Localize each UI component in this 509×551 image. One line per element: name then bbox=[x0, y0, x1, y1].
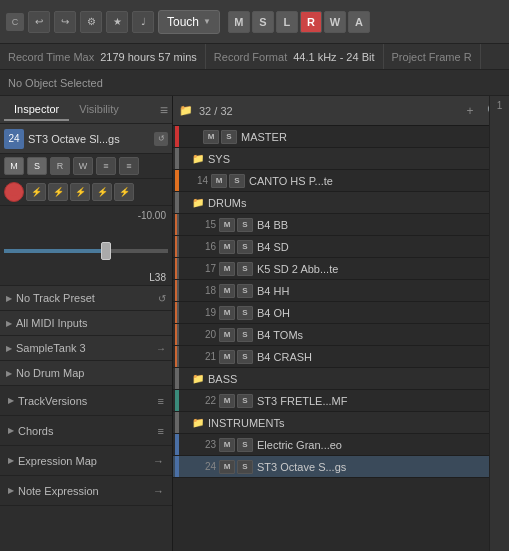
write-button[interactable]: W bbox=[73, 157, 93, 175]
track-row[interactable]: 📁INSTRUMENTs bbox=[173, 412, 509, 434]
track-solo-button[interactable]: S bbox=[237, 306, 253, 320]
transport-w-button[interactable]: W bbox=[324, 11, 346, 33]
track-solo-button[interactable]: S bbox=[237, 240, 253, 254]
track-versions-section[interactable]: ▶ TrackVersions ≡ bbox=[0, 386, 172, 416]
track-solo-button[interactable]: S bbox=[237, 460, 253, 474]
midi-btn3[interactable]: ⚡ bbox=[70, 183, 90, 201]
track-list-scroll[interactable]: M S MASTER⛓📁SYS14 M S CANTO HS P...te⛓📁D… bbox=[173, 126, 509, 551]
mute-button[interactable]: M bbox=[4, 157, 24, 175]
track-row[interactable]: 21 M S B4 CRASH⛓ bbox=[173, 346, 509, 368]
track-row[interactable]: 14 M S CANTO HS P...te⛓ bbox=[173, 170, 509, 192]
folder-expand-icon[interactable]: 📁 bbox=[190, 371, 206, 387]
track-name: ST3 FRETLE...MF bbox=[257, 395, 491, 407]
track-mute-button[interactable]: M bbox=[219, 218, 235, 232]
track-row[interactable]: M S MASTER⛓ bbox=[173, 126, 509, 148]
track-row[interactable]: 16 M S B4 SD⛓ bbox=[173, 236, 509, 258]
track-color-indicator bbox=[175, 346, 179, 367]
star-button[interactable]: ★ bbox=[106, 11, 128, 33]
track-row[interactable]: 15 M S B4 BB⛓ bbox=[173, 214, 509, 236]
drum-map-header[interactable]: ▶ No Drum Map bbox=[0, 361, 172, 385]
inspector-reload-icon[interactable]: ↺ bbox=[154, 132, 168, 146]
midi-btn2[interactable]: ⚡ bbox=[48, 183, 68, 201]
track-mute-button[interactable]: M bbox=[219, 328, 235, 342]
track-solo-button[interactable]: S bbox=[229, 174, 245, 188]
track-row[interactable]: 19 M S B4 OH⛓ bbox=[173, 302, 509, 324]
folder-expand-icon[interactable]: 📁 bbox=[190, 151, 206, 167]
track-mute-button[interactable]: M bbox=[219, 460, 235, 474]
track-row[interactable]: 18 M S B4 HH⛓ bbox=[173, 280, 509, 302]
track-solo-button[interactable]: S bbox=[237, 438, 253, 452]
metronome-button[interactable]: ♩ bbox=[132, 11, 154, 33]
tab-visibility[interactable]: Visibility bbox=[69, 99, 129, 121]
track-row[interactable]: 22 M S ST3 FRETLE...MF⛓ bbox=[173, 390, 509, 412]
track-row[interactable]: 24 M S ST3 Octave S...gs⛓ bbox=[173, 456, 509, 478]
track-solo-button[interactable]: S bbox=[237, 218, 253, 232]
sampletank-arrow: ▶ bbox=[6, 344, 12, 353]
solo-button[interactable]: S bbox=[27, 157, 47, 175]
expression-map-section[interactable]: ▶ Expression Map → bbox=[0, 446, 172, 476]
folder-expand-icon[interactable]: 📁 bbox=[190, 415, 206, 431]
inspector-menu-icon[interactable]: ≡ bbox=[160, 102, 168, 118]
track-mute-button[interactable]: M bbox=[219, 262, 235, 276]
read-button[interactable]: R bbox=[50, 157, 70, 175]
track-list-header: 📁 32 / 32 + 🔍 bbox=[173, 96, 509, 126]
sampletank-header[interactable]: ▶ SampleTank 3 → bbox=[0, 336, 172, 360]
add-track-button[interactable]: + bbox=[461, 102, 479, 120]
track-color-indicator bbox=[175, 280, 179, 301]
track-color-indicator bbox=[175, 192, 179, 213]
track-mute-button[interactable]: M bbox=[219, 438, 235, 452]
edit-button[interactable]: ≡ bbox=[119, 157, 139, 175]
track-row[interactable]: 17 M S K5 SD 2 Abb...te⛓ bbox=[173, 258, 509, 280]
track-row[interactable]: 20 M S B4 TOMs⛓ bbox=[173, 324, 509, 346]
track-solo-button[interactable]: S bbox=[221, 130, 237, 144]
all-midi-inputs-header[interactable]: ▶ All MIDI Inputs bbox=[0, 311, 172, 335]
track-controls: M S bbox=[219, 218, 253, 232]
track-mute-button[interactable]: M bbox=[211, 174, 227, 188]
track-row[interactable]: 📁DRUMs bbox=[173, 192, 509, 214]
midi-btn1[interactable]: ⚡ bbox=[26, 183, 46, 201]
volume-fader[interactable] bbox=[4, 226, 168, 276]
track-mute-button[interactable]: M bbox=[219, 240, 235, 254]
touch-dropdown[interactable]: Touch bbox=[158, 10, 220, 34]
track-mute-button[interactable]: M bbox=[203, 130, 219, 144]
track-solo-button[interactable]: S bbox=[237, 262, 253, 276]
track-mute-button[interactable]: M bbox=[219, 284, 235, 298]
no-object-bar: No Object Selected bbox=[0, 70, 509, 96]
track-solo-button[interactable]: S bbox=[237, 350, 253, 364]
freeze-button[interactable]: ≡ bbox=[96, 157, 116, 175]
undo-button[interactable]: ↩ bbox=[28, 11, 50, 33]
track-mute-button[interactable]: M bbox=[219, 306, 235, 320]
note-expression-section[interactable]: ▶ Note Expression → bbox=[0, 476, 172, 506]
track-row[interactable]: 23 M S Electric Gran...eo⛓ bbox=[173, 434, 509, 456]
midi-btn5[interactable]: ⚡ bbox=[114, 183, 134, 201]
chords-section[interactable]: ▶ Chords ≡ bbox=[0, 416, 172, 446]
fader-pan-value: L38 bbox=[149, 272, 166, 283]
redo-button[interactable]: ↪ bbox=[54, 11, 76, 33]
transport-s-button[interactable]: S bbox=[252, 11, 274, 33]
folder-expand-icon[interactable]: 📁 bbox=[190, 195, 206, 211]
expression-map-icon: → bbox=[153, 455, 164, 467]
transport-l-button[interactable]: L bbox=[276, 11, 298, 33]
track-solo-button[interactable]: S bbox=[237, 394, 253, 408]
track-versions-arrow: ▶ bbox=[8, 396, 14, 405]
track-solo-button[interactable]: S bbox=[237, 284, 253, 298]
tab-inspector[interactable]: Inspector bbox=[4, 99, 69, 121]
transport-m-button[interactable]: M bbox=[228, 11, 250, 33]
transport-r-button[interactable]: R bbox=[300, 11, 322, 33]
record-format-section: Record Format 44.1 kHz - 24 Bit bbox=[206, 44, 384, 69]
fader-thumb[interactable] bbox=[101, 242, 111, 260]
settings-button[interactable]: ⚙ bbox=[80, 11, 102, 33]
track-row[interactable]: 📁BASS bbox=[173, 368, 509, 390]
chords-arrow: ▶ bbox=[8, 426, 14, 435]
midi-btn4[interactable]: ⚡ bbox=[92, 183, 112, 201]
app-logo: C bbox=[6, 13, 24, 31]
inspector-track-num: 24 bbox=[4, 129, 24, 149]
track-solo-button[interactable]: S bbox=[237, 328, 253, 342]
inspector-no-track-preset-section: ▶ No Track Preset ↺ bbox=[0, 286, 172, 311]
no-track-preset-header[interactable]: ▶ No Track Preset ↺ bbox=[0, 286, 172, 310]
track-row[interactable]: 📁SYS bbox=[173, 148, 509, 170]
track-mute-button[interactable]: M bbox=[219, 350, 235, 364]
transport-a-button[interactable]: A bbox=[348, 11, 370, 33]
record-button[interactable] bbox=[4, 182, 24, 202]
track-mute-button[interactable]: M bbox=[219, 394, 235, 408]
